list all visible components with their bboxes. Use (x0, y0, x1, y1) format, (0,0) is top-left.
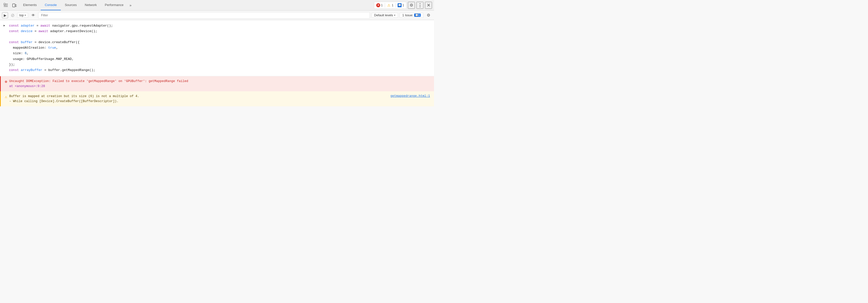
log-level-selector[interactable]: Default levels ▾ (371, 13, 398, 18)
comma1: , (56, 45, 58, 50)
indent-space: mappedAtCreation: (9, 45, 48, 50)
console-settings-button[interactable]: ⚙ (425, 12, 432, 19)
message-badge: 💬 1 (398, 3, 404, 7)
code-line-8: const arrayBuffer = buffer.getMappedRang… (9, 67, 429, 73)
more-options-button[interactable]: ⋮ (416, 2, 424, 9)
clear-console-button[interactable]: ⊘ (9, 12, 16, 18)
svg-rect-0 (4, 3, 5, 5)
warning-main-message: Buffer is mapped at creation but its siz… (9, 94, 391, 99)
keyword-const: const (9, 23, 21, 29)
keyword-const4: const (9, 67, 21, 73)
var-buffer: buffer (21, 40, 33, 45)
filter-input[interactable] (38, 12, 370, 19)
show-sidebar-button[interactable]: ▶ (2, 12, 8, 18)
issues-count-badge: 💬 1 (414, 13, 421, 17)
call-createBuffer: = device.createBuffer({ (33, 40, 80, 45)
op-eq2: = (33, 29, 38, 34)
warning-icon: ⚠ (387, 3, 391, 7)
console-toolbar: ▶ ⊘ top ▾ 👁 Default levels ▾ 1 Issue: 💬 … (0, 10, 434, 20)
expand-arrow[interactable]: ▶ (3, 24, 5, 28)
warning-badge: ⚠ 1 (387, 3, 394, 7)
error-circle-icon: ⊗ (5, 79, 7, 85)
error-main-message: Uncaught DOMException: Failed to execute… (9, 79, 188, 84)
code-line-3: const buffer = device.createBuffer({ (9, 40, 429, 45)
badge-divider2 (395, 3, 396, 7)
live-expressions-button[interactable]: 👁 (30, 12, 37, 19)
warning-content: Buffer is mapped at creation but its siz… (9, 94, 430, 104)
comma2: , (27, 50, 29, 56)
indent-space2: size: (9, 50, 25, 56)
warning-body: Buffer is mapped at creation but its siz… (9, 94, 430, 104)
var-device: device (21, 29, 33, 34)
svg-rect-5 (15, 5, 17, 6)
call-requestDevice: adapter.requestDevice(); (50, 29, 97, 34)
level-dropdown-arrow: ▾ (394, 14, 395, 16)
console-output: ▶ const adapter = await navigator.gpu.re… (0, 20, 434, 106)
code-line-7: }); (9, 62, 429, 67)
val-true: true (48, 45, 56, 50)
tab-list: Elements Console Sources Network Perform… (19, 0, 373, 10)
keyword-const2: const (9, 29, 21, 34)
keyword-await2: await (38, 29, 50, 34)
message-icon: 💬 (398, 3, 402, 7)
code-line-2: const device = await adapter.requestDevi… (9, 29, 429, 34)
svg-rect-4 (12, 4, 15, 7)
close-devtools-button[interactable]: ✕ (425, 2, 432, 9)
badge-divider (385, 3, 385, 7)
var-adapter: adapter (21, 23, 35, 29)
settings-button[interactable]: ⚙ (408, 2, 415, 9)
issues-button[interactable]: 1 Issue: 💬 1 (400, 13, 424, 18)
code-line-1: const adapter = await navigator.gpu.requ… (9, 23, 429, 29)
context-selector[interactable]: top ▾ (17, 13, 28, 18)
error-text: Uncaught DOMException: Failed to execute… (9, 79, 188, 89)
code-block: ▶ const adapter = await navigator.gpu.re… (0, 20, 434, 76)
context-dropdown-arrow: ▾ (25, 14, 26, 16)
op-eq: = (34, 23, 40, 29)
tab-sources[interactable]: Sources (61, 0, 81, 10)
tab-performance[interactable]: Performance (101, 0, 127, 10)
code-line-6: usage: GPUBufferUsage.MAP_READ, (9, 57, 429, 62)
error-location: at <anonymous>:9:28 (9, 84, 188, 89)
error-badge: ✕ 1 (376, 3, 383, 7)
keyword-const3: const (9, 40, 21, 45)
val-6: 6 (25, 50, 27, 56)
top-toolbar: Elements Console Sources Network Perform… (0, 0, 434, 10)
more-tabs-button[interactable]: » (128, 0, 134, 10)
tab-elements[interactable]: Elements (19, 0, 41, 10)
warning-text: Buffer is mapped at creation but its siz… (9, 94, 391, 104)
toolbar-right: ✕ 1 ⚠ 1 💬 1 ⚙ ⋮ ✕ (374, 2, 432, 9)
device-toggle-icon[interactable] (10, 1, 18, 9)
inspect-icon[interactable] (2, 1, 9, 9)
call-requestAdapter: navigator.gpu.requestAdapter(); (52, 23, 113, 29)
code-line-4: mappedAtCreation: true, (9, 45, 429, 50)
call-getMappedRange: = buffer.getMappedRange(); (42, 67, 95, 73)
usage-line: usage: GPUBufferUsage.MAP_READ, (9, 57, 73, 62)
var-arrayBuffer: arrayBuffer (21, 67, 42, 73)
warning-sub-message: - While calling [Device].CreateBuffer([B… (9, 99, 391, 104)
code-line-5: size: 6, (9, 50, 429, 56)
warning-message-block: ⚠ Buffer is mapped at creation but its s… (0, 91, 434, 106)
error-warning-badge[interactable]: ✕ 1 ⚠ 1 💬 1 (374, 2, 406, 9)
tab-console[interactable]: Console (41, 0, 61, 10)
tab-network[interactable]: Network (81, 0, 101, 10)
keyword-await: await (40, 23, 52, 29)
error-icon: ✕ (376, 3, 380, 7)
code-line-blank (9, 34, 429, 40)
warning-triangle-icon: ⚠ (5, 94, 7, 100)
closing-brace: }); (9, 62, 15, 67)
warning-source-link[interactable]: getmappedrange.html:1 (390, 94, 430, 99)
error-message-block: ⊗ Uncaught DOMException: Failed to execu… (0, 76, 434, 91)
